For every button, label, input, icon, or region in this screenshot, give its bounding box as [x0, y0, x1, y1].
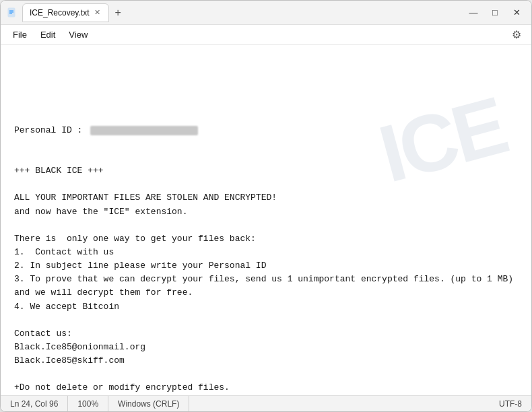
text-line: and now have the "ICE" extension.: [14, 205, 518, 219]
tab-label: ICE_Recovey.txt: [30, 8, 89, 18]
text-line: and we will decrypt them for free.: [14, 286, 518, 300]
menubar: File Edit View ⚙: [1, 25, 531, 45]
tab-close-icon[interactable]: ✕: [93, 8, 102, 17]
status-line-col: Ln 24, Col 96: [7, 396, 68, 411]
text-line: [14, 368, 518, 381]
window-controls: — □ ✕: [464, 3, 526, 22]
text-line: 2. In subject line please write your Per…: [14, 259, 518, 273]
text-line: [14, 314, 518, 327]
personal-id-line: Personal ID :: [14, 124, 518, 137]
status-encoding: UTF-8: [490, 396, 525, 411]
text-line: There is only one way to get your files …: [14, 232, 518, 246]
status-line-ending: Windows (CRLF): [108, 396, 189, 411]
text-line: 4. We accept Bitcoin: [14, 300, 518, 314]
minimize-button[interactable]: —: [464, 3, 483, 22]
personal-id-value: [90, 126, 198, 135]
text-line: +++ BLACK ICE +++: [14, 164, 518, 178]
text-line: Contact us:: [14, 327, 518, 341]
notepad-window: ICE_Recovey.txt ✕ + — □ ✕ File Edit View…: [0, 0, 532, 412]
menu-file[interactable]: File: [6, 27, 34, 42]
menu-view[interactable]: View: [62, 27, 94, 42]
menubar-right: ⚙: [507, 26, 526, 44]
close-button[interactable]: ✕: [507, 3, 526, 22]
menu-edit[interactable]: Edit: [34, 27, 62, 42]
tab-ice-recovey[interactable]: ICE_Recovey.txt ✕: [22, 3, 109, 22]
titlebar-left: ICE_Recovey.txt ✕ +: [6, 3, 464, 22]
text-line: 1. Contact with us: [14, 246, 518, 259]
text-line: ALL YOUR IMPORTANT FILES ARE STOLEN AND …: [14, 191, 518, 205]
tab-container: ICE_Recovey.txt ✕ +: [22, 3, 124, 22]
text-line: [14, 178, 518, 191]
maximize-button[interactable]: □: [486, 3, 504, 22]
text-editor-content[interactable]: ICE Personal ID : +++ BLACK ICE +++ ALL …: [1, 45, 531, 395]
settings-icon[interactable]: ⚙: [507, 26, 526, 44]
status-zoom: 100%: [68, 396, 108, 411]
app-icon: [6, 7, 18, 19]
titlebar: ICE_Recovey.txt ✕ + — □ ✕: [1, 1, 531, 25]
ransom-note-text: Personal ID : +++ BLACK ICE +++ ALL YOUR…: [14, 96, 518, 395]
text-line: +Do not delete or modify encrypted files…: [14, 381, 518, 394]
text-line: [14, 219, 518, 232]
text-line: Black.Ice85@skiff.com: [14, 354, 518, 368]
statusbar: Ln 24, Col 96 100% Windows (CRLF) UTF-8: [1, 395, 531, 411]
personal-id-label: Personal ID :: [14, 124, 88, 137]
text-line: 3. To prove that we can decrypt your fil…: [14, 273, 518, 286]
text-line: Black.Ice85@onionmail.org: [14, 341, 518, 354]
new-tab-button[interactable]: +: [112, 7, 123, 18]
